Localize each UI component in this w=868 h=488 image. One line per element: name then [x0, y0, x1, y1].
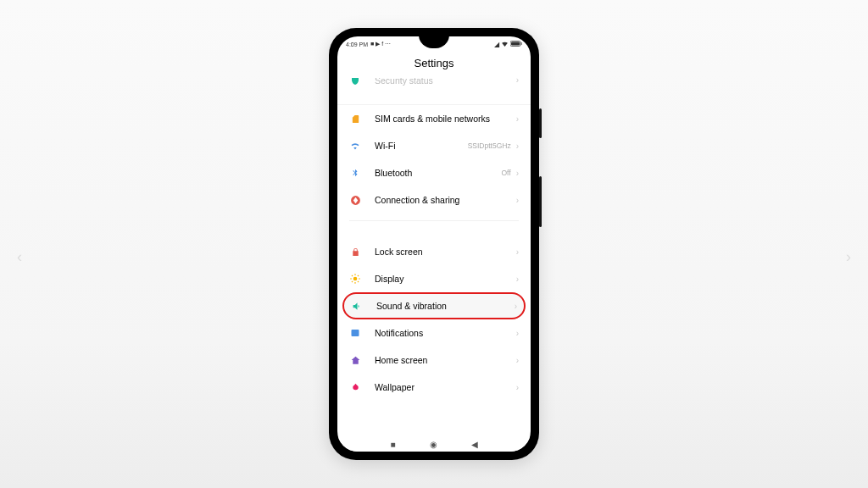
- status-app-icons: ■ ▶ f ⋯: [370, 41, 391, 47]
- svg-line-8: [352, 275, 353, 276]
- status-time: 4:09 PM: [346, 42, 368, 47]
- nav-home-icon[interactable]: ◉: [430, 440, 437, 449]
- notification-icon: [349, 327, 361, 339]
- chevron-right-icon: ›: [516, 247, 519, 257]
- phone-side-button-1: [539, 108, 542, 138]
- shield-icon: [349, 78, 361, 86]
- section-divider: [337, 90, 531, 105]
- settings-item-sound-highlighted[interactable]: Sound & vibration ›: [342, 292, 526, 319]
- settings-item-lock[interactable]: Lock screen ›: [337, 238, 531, 265]
- settings-label: Sound & vibration: [376, 301, 515, 311]
- chevron-right-icon: ›: [516, 383, 519, 392]
- settings-item-notifications[interactable]: Notifications ›: [337, 319, 531, 347]
- settings-value: SSIDptt5GHz: [468, 141, 511, 150]
- nav-recent-icon[interactable]: ■: [390, 440, 395, 449]
- settings-label: SIM cards & mobile networks: [375, 114, 516, 124]
- chevron-right-icon: ›: [516, 114, 519, 124]
- settings-label: Display: [375, 274, 516, 284]
- divider: [349, 220, 519, 221]
- android-nav-bar: ■ ◉ ◀: [337, 436, 531, 452]
- settings-value: Off: [501, 169, 510, 177]
- wifi-status-icon: [501, 40, 509, 49]
- carousel-prev[interactable]: ‹: [7, 244, 32, 269]
- chevron-right-icon: ›: [516, 169, 519, 178]
- settings-label: Notifications: [375, 328, 516, 338]
- settings-item-display[interactable]: Display ›: [337, 265, 531, 292]
- settings-label: Wallpaper: [375, 382, 516, 392]
- settings-item-wifi[interactable]: Wi-Fi SSIDptt5GHz ›: [337, 132, 531, 159]
- chevron-right-icon: ›: [516, 141, 519, 151]
- phone-side-button-2: [539, 176, 542, 227]
- page-title: Settings: [337, 52, 531, 78]
- settings-label: Security status: [375, 78, 516, 86]
- settings-item-bluetooth[interactable]: Bluetooth Off ›: [337, 159, 531, 186]
- chevron-right-icon: ›: [516, 78, 519, 85]
- settings-item-sim[interactable]: SIM cards & mobile networks ›: [337, 105, 531, 132]
- phone-screen: 4:09 PM ■ ▶ f ⋯ ◢ Settings Security stat…: [337, 36, 531, 452]
- sun-icon: [349, 273, 361, 285]
- svg-rect-12: [352, 330, 359, 336]
- svg-line-10: [352, 281, 353, 282]
- svg-point-3: [353, 277, 358, 281]
- chevron-right-icon: ›: [516, 329, 519, 338]
- settings-label: Connection & sharing: [375, 195, 516, 205]
- bluetooth-icon: [349, 167, 361, 179]
- connection-icon: [349, 194, 361, 206]
- wallpaper-icon: [349, 381, 361, 393]
- settings-label: Lock screen: [375, 247, 516, 257]
- settings-item-home[interactable]: Home screen ›: [337, 347, 531, 374]
- svg-rect-1: [521, 42, 522, 45]
- wifi-icon: [349, 140, 361, 152]
- svg-rect-2: [511, 42, 520, 45]
- settings-label: Bluetooth: [375, 168, 501, 178]
- settings-list[interactable]: Security status › SIM cards & mobile net…: [337, 78, 531, 449]
- svg-line-11: [358, 275, 359, 276]
- carousel-next[interactable]: ›: [836, 244, 861, 269]
- settings-item-wallpaper[interactable]: Wallpaper ›: [337, 374, 531, 401]
- settings-item-security[interactable]: Security status ›: [337, 78, 531, 90]
- battery-icon: [510, 41, 522, 48]
- chevron-right-icon: ›: [516, 274, 519, 284]
- chevron-right-icon: ›: [516, 356, 519, 365]
- home-icon: [349, 354, 361, 366]
- settings-item-connection[interactable]: Connection & sharing ›: [337, 186, 531, 214]
- speaker-icon: [351, 300, 363, 312]
- sim-icon: [349, 113, 361, 125]
- lock-icon: [349, 246, 361, 258]
- nav-back-icon[interactable]: ◀: [471, 440, 478, 449]
- phone-frame: 4:09 PM ■ ▶ f ⋯ ◢ Settings Security stat…: [329, 28, 539, 460]
- signal-icon: ◢: [494, 41, 499, 48]
- settings-label: Home screen: [375, 355, 516, 365]
- svg-line-9: [358, 281, 359, 282]
- chevron-right-icon: ›: [515, 302, 517, 311]
- spacer: [337, 228, 531, 238]
- settings-label: Wi-Fi: [375, 141, 468, 151]
- chevron-right-icon: ›: [516, 196, 519, 205]
